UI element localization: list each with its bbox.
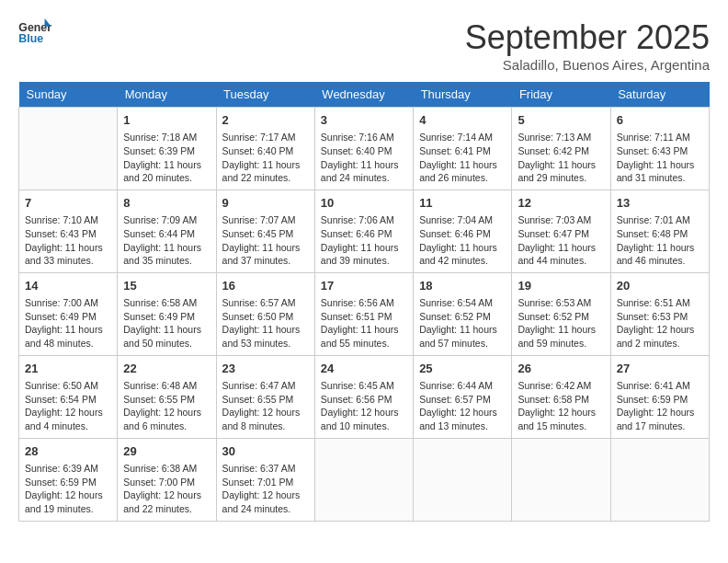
header-monday: Monday xyxy=(118,82,216,108)
day-info: Sunrise: 7:00 AM Sunset: 6:49 PM Dayligh… xyxy=(25,296,111,350)
day-info: Sunrise: 7:03 AM Sunset: 6:47 PM Dayligh… xyxy=(518,213,604,268)
calendar-cell: 25Sunrise: 6:44 AM Sunset: 6:57 PM Dayli… xyxy=(414,355,512,438)
day-number: 7 xyxy=(25,195,111,212)
header-row: Sunday Monday Tuesday Wednesday Thursday… xyxy=(19,82,710,108)
calendar-cell xyxy=(512,438,610,521)
calendar-cell: 6Sunrise: 7:11 AM Sunset: 6:43 PM Daylig… xyxy=(610,108,709,190)
day-number: 21 xyxy=(25,361,111,377)
day-number: 15 xyxy=(123,278,210,294)
calendar-cell: 20Sunrise: 6:51 AM Sunset: 6:53 PM Dayli… xyxy=(610,272,709,355)
day-number: 26 xyxy=(518,361,604,377)
day-info: Sunrise: 6:39 AM Sunset: 6:59 PM Dayligh… xyxy=(25,462,111,516)
day-info: Sunrise: 7:06 AM Sunset: 6:46 PM Dayligh… xyxy=(321,213,407,268)
calendar-week-2: 7Sunrise: 7:10 AM Sunset: 6:43 PM Daylig… xyxy=(19,190,710,272)
day-number: 3 xyxy=(321,112,407,129)
day-number: 23 xyxy=(222,361,309,377)
calendar-cell: 10Sunrise: 7:06 AM Sunset: 6:46 PM Dayli… xyxy=(314,190,413,272)
day-info: Sunrise: 7:01 AM Sunset: 6:48 PM Dayligh… xyxy=(617,213,703,268)
calendar-cell: 5Sunrise: 7:13 AM Sunset: 6:42 PM Daylig… xyxy=(512,108,610,190)
calendar-cell: 14Sunrise: 7:00 AM Sunset: 6:49 PM Dayli… xyxy=(19,272,118,355)
header-thursday: Thursday xyxy=(414,82,512,108)
calendar-cell: 29Sunrise: 6:38 AM Sunset: 7:00 PM Dayli… xyxy=(118,438,216,521)
day-number: 11 xyxy=(419,195,506,212)
calendar-cell: 27Sunrise: 6:41 AM Sunset: 6:59 PM Dayli… xyxy=(610,355,709,438)
calendar-week-4: 21Sunrise: 6:50 AM Sunset: 6:54 PM Dayli… xyxy=(19,355,710,438)
day-info: Sunrise: 6:56 AM Sunset: 6:51 PM Dayligh… xyxy=(321,296,407,350)
day-info: Sunrise: 7:17 AM Sunset: 6:40 PM Dayligh… xyxy=(222,131,309,185)
calendar-week-3: 14Sunrise: 7:00 AM Sunset: 6:49 PM Dayli… xyxy=(19,272,710,355)
calendar-cell: 4Sunrise: 7:14 AM Sunset: 6:41 PM Daylig… xyxy=(414,108,512,190)
day-info: Sunrise: 6:42 AM Sunset: 6:58 PM Dayligh… xyxy=(518,379,604,433)
header-sunday: Sunday xyxy=(19,82,118,108)
day-info: Sunrise: 6:53 AM Sunset: 6:52 PM Dayligh… xyxy=(518,296,604,350)
logo: General Blue xyxy=(18,18,51,46)
header-friday: Friday xyxy=(512,82,610,108)
location-subtitle: Saladillo, Buenos Aires, Argentina xyxy=(465,57,710,73)
day-info: Sunrise: 7:18 AM Sunset: 6:39 PM Dayligh… xyxy=(123,131,210,185)
calendar-table: Sunday Monday Tuesday Wednesday Thursday… xyxy=(18,82,710,522)
calendar-cell: 18Sunrise: 6:54 AM Sunset: 6:52 PM Dayli… xyxy=(414,272,512,355)
calendar-cell: 2Sunrise: 7:17 AM Sunset: 6:40 PM Daylig… xyxy=(216,108,314,190)
day-info: Sunrise: 6:38 AM Sunset: 7:00 PM Dayligh… xyxy=(123,462,210,516)
day-info: Sunrise: 7:11 AM Sunset: 6:43 PM Dayligh… xyxy=(617,131,703,185)
day-info: Sunrise: 7:09 AM Sunset: 6:44 PM Dayligh… xyxy=(123,213,210,268)
day-number: 19 xyxy=(518,278,604,294)
day-number: 8 xyxy=(123,195,210,212)
calendar-cell: 3Sunrise: 7:16 AM Sunset: 6:40 PM Daylig… xyxy=(314,108,413,190)
header-wednesday: Wednesday xyxy=(314,82,413,108)
day-info: Sunrise: 7:14 AM Sunset: 6:41 PM Dayligh… xyxy=(419,131,506,185)
calendar-cell: 26Sunrise: 6:42 AM Sunset: 6:58 PM Dayli… xyxy=(512,355,610,438)
day-number: 6 xyxy=(617,112,703,129)
calendar-cell: 12Sunrise: 7:03 AM Sunset: 6:47 PM Dayli… xyxy=(512,190,610,272)
day-info: Sunrise: 6:50 AM Sunset: 6:54 PM Dayligh… xyxy=(25,379,111,433)
calendar-cell: 1Sunrise: 7:18 AM Sunset: 6:39 PM Daylig… xyxy=(118,108,216,190)
calendar-cell: 21Sunrise: 6:50 AM Sunset: 6:54 PM Dayli… xyxy=(19,355,118,438)
day-info: Sunrise: 7:10 AM Sunset: 6:43 PM Dayligh… xyxy=(25,213,111,268)
calendar-cell xyxy=(414,438,512,521)
calendar-cell: 7Sunrise: 7:10 AM Sunset: 6:43 PM Daylig… xyxy=(19,190,118,272)
calendar-cell: 22Sunrise: 6:48 AM Sunset: 6:55 PM Dayli… xyxy=(118,355,216,438)
calendar-cell: 16Sunrise: 6:57 AM Sunset: 6:50 PM Dayli… xyxy=(216,272,314,355)
calendar-cell: 9Sunrise: 7:07 AM Sunset: 6:45 PM Daylig… xyxy=(216,190,314,272)
calendar-cell: 15Sunrise: 6:58 AM Sunset: 6:49 PM Dayli… xyxy=(118,272,216,355)
calendar-cell: 19Sunrise: 6:53 AM Sunset: 6:52 PM Dayli… xyxy=(512,272,610,355)
day-number: 18 xyxy=(419,278,506,294)
header-tuesday: Tuesday xyxy=(216,82,314,108)
header-saturday: Saturday xyxy=(610,82,709,108)
day-info: Sunrise: 7:07 AM Sunset: 6:45 PM Dayligh… xyxy=(222,213,309,268)
day-number: 30 xyxy=(222,443,309,460)
calendar-body: 1Sunrise: 7:18 AM Sunset: 6:39 PM Daylig… xyxy=(19,108,710,522)
calendar-cell: 30Sunrise: 6:37 AM Sunset: 7:01 PM Dayli… xyxy=(216,438,314,521)
logo-icon: General Blue xyxy=(18,18,51,46)
day-info: Sunrise: 6:45 AM Sunset: 6:56 PM Dayligh… xyxy=(321,379,407,433)
day-info: Sunrise: 6:54 AM Sunset: 6:52 PM Dayligh… xyxy=(419,296,506,350)
calendar-week-1: 1Sunrise: 7:18 AM Sunset: 6:39 PM Daylig… xyxy=(19,108,710,190)
calendar-cell: 13Sunrise: 7:01 AM Sunset: 6:48 PM Dayli… xyxy=(610,190,709,272)
day-number: 27 xyxy=(617,361,703,377)
day-info: Sunrise: 7:04 AM Sunset: 6:46 PM Dayligh… xyxy=(419,213,506,268)
day-info: Sunrise: 6:58 AM Sunset: 6:49 PM Dayligh… xyxy=(123,296,210,350)
day-info: Sunrise: 6:47 AM Sunset: 6:55 PM Dayligh… xyxy=(222,379,309,433)
day-number: 25 xyxy=(419,361,506,377)
day-number: 9 xyxy=(222,195,309,212)
day-number: 24 xyxy=(321,361,407,377)
day-info: Sunrise: 7:16 AM Sunset: 6:40 PM Dayligh… xyxy=(321,131,407,185)
calendar-cell: 28Sunrise: 6:39 AM Sunset: 6:59 PM Dayli… xyxy=(19,438,118,521)
calendar-cell: 11Sunrise: 7:04 AM Sunset: 6:46 PM Dayli… xyxy=(414,190,512,272)
page-header: General Blue September 2025 Saladillo, B… xyxy=(18,18,710,73)
day-number: 14 xyxy=(25,278,111,294)
day-number: 28 xyxy=(25,443,111,460)
day-info: Sunrise: 6:37 AM Sunset: 7:01 PM Dayligh… xyxy=(222,462,309,516)
month-title: September 2025 xyxy=(465,18,710,57)
day-info: Sunrise: 6:44 AM Sunset: 6:57 PM Dayligh… xyxy=(419,379,506,433)
day-number: 2 xyxy=(222,112,309,129)
calendar-cell: 17Sunrise: 6:56 AM Sunset: 6:51 PM Dayli… xyxy=(314,272,413,355)
day-info: Sunrise: 7:13 AM Sunset: 6:42 PM Dayligh… xyxy=(518,131,604,185)
day-number: 10 xyxy=(321,195,407,212)
calendar-cell: 8Sunrise: 7:09 AM Sunset: 6:44 PM Daylig… xyxy=(118,190,216,272)
day-number: 17 xyxy=(321,278,407,294)
calendar-header: Sunday Monday Tuesday Wednesday Thursday… xyxy=(19,82,710,108)
title-section: September 2025 Saladillo, Buenos Aires, … xyxy=(465,18,710,73)
day-number: 4 xyxy=(419,112,506,129)
day-number: 13 xyxy=(617,195,703,212)
